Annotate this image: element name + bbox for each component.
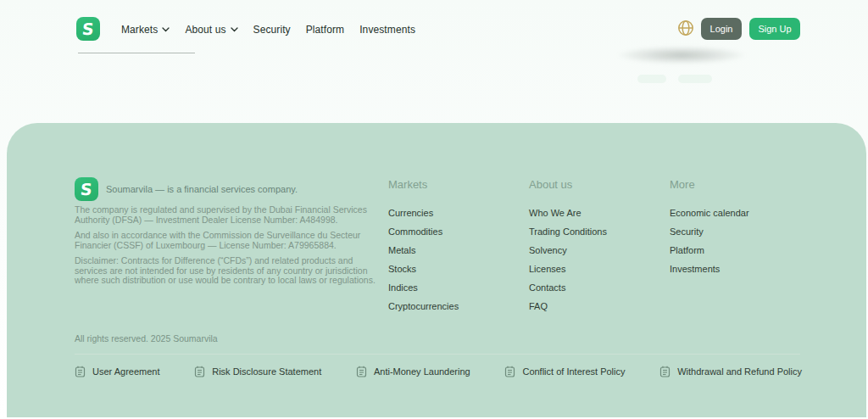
footer-policy-row: User Agreement Risk Disclosure Statement…: [75, 362, 802, 381]
policy-label: User Agreement: [92, 366, 159, 377]
footer-link-indices[interactable]: Indices: [388, 278, 459, 297]
footer-link-economic-calendar[interactable]: Economic calendar: [670, 204, 749, 222]
footer-link-trading-conditions[interactable]: Trading Conditions: [529, 222, 607, 241]
footer: S Soumarvila — is a financial services c…: [7, 123, 866, 417]
footer-link-licenses[interactable]: Licenses: [529, 260, 607, 278]
blur-artifact: [615, 46, 748, 64]
faded-artifact: [678, 75, 712, 83]
main-nav: Markets About us Security Platform Inves…: [121, 0, 415, 59]
footer-divider: [75, 354, 800, 355]
footer-link-currencies[interactable]: Currencies: [388, 204, 459, 222]
globe-icon: [677, 20, 694, 40]
policy-link-risk-disclosure[interactable]: Risk Disclosure Statement: [194, 366, 321, 377]
footer-link-security[interactable]: Security: [670, 222, 749, 241]
nav-item-security[interactable]: Security: [253, 24, 291, 36]
footer-legal-block: The company is regulated and supervised …: [75, 205, 381, 292]
s-logo-icon: S: [80, 182, 93, 198]
nav-item-about-us[interactable]: About us: [185, 24, 237, 36]
nav-label: Investments: [359, 24, 415, 36]
policy-link-anti-money-laundering[interactable]: Anti-Money Laundering: [356, 366, 470, 377]
chevron-down-icon: [231, 27, 238, 32]
faded-artifact: [637, 75, 666, 83]
footer-brand-logo[interactable]: S: [75, 177, 98, 201]
policy-link-withdrawal-refund[interactable]: Withdrawal and Refund Policy: [659, 366, 802, 377]
legal-paragraph: The company is regulated and supervised …: [75, 205, 381, 225]
footer-link-commodities[interactable]: Commodities: [388, 222, 459, 241]
login-button[interactable]: Login: [701, 18, 742, 40]
page: S Markets About us Security Platform: [0, 0, 868, 419]
footer-link-cryptocurrencies[interactable]: Cryptocurrencies: [388, 297, 459, 316]
nav-label: Platform: [306, 24, 344, 36]
chevron-down-icon: [162, 27, 170, 32]
header: S Markets About us Security Platform: [0, 0, 868, 59]
footer-column-markets: Markets Currencies Commodities Metals St…: [388, 178, 459, 316]
footer-link-platform[interactable]: Platform: [670, 241, 749, 260]
footer-column-title: About us: [529, 178, 607, 191]
legal-paragraph: Disclaimer: Contracts for Difference (“C…: [75, 256, 381, 286]
s-logo-icon: S: [81, 21, 95, 37]
policy-label: Withdrawal and Refund Policy: [677, 366, 802, 377]
footer-column-title: Markets: [388, 178, 459, 191]
language-globe-button[interactable]: [676, 20, 695, 39]
policy-label: Conflict of Interest Policy: [522, 366, 625, 377]
footer-tagline: Soumarvila — is a financial services com…: [106, 184, 298, 194]
footer-link-solvency[interactable]: Solvency: [529, 241, 607, 260]
document-icon: [194, 366, 205, 377]
nav-item-investments[interactable]: Investments: [359, 24, 415, 36]
policy-label: Risk Disclosure Statement: [212, 366, 321, 377]
footer-link-who-we-are[interactable]: Who We Are: [529, 204, 607, 222]
nav-item-markets[interactable]: Markets: [121, 24, 170, 36]
document-icon: [75, 366, 86, 377]
header-underline-divider: [78, 53, 195, 53]
footer-link-metals[interactable]: Metals: [388, 241, 459, 260]
nav-item-platform[interactable]: Platform: [306, 24, 344, 36]
legal-paragraph: And also in accordance with the Commissi…: [75, 231, 381, 250]
document-icon: [504, 366, 515, 377]
document-icon: [356, 366, 367, 377]
footer-column-title: More: [670, 178, 749, 191]
signup-button[interactable]: Sign Up: [749, 18, 800, 40]
footer-link-contacts[interactable]: Contacts: [529, 278, 607, 297]
footer-column-more: More Economic calendar Security Platform…: [670, 178, 749, 278]
nav-label: Markets: [121, 24, 158, 36]
copyright-text: All rights reserved. 2025 Soumarvila: [75, 333, 218, 344]
footer-brand-row: S Soumarvila — is a financial services c…: [75, 177, 298, 201]
footer-link-stocks[interactable]: Stocks: [388, 260, 459, 278]
nav-label: About us: [185, 24, 225, 36]
footer-link-investments[interactable]: Investments: [670, 260, 749, 278]
nav-label: Security: [253, 24, 291, 36]
policy-link-conflict-of-interest[interactable]: Conflict of Interest Policy: [504, 366, 625, 377]
footer-link-faq[interactable]: FAQ: [529, 297, 607, 316]
brand-logo[interactable]: S: [76, 17, 100, 41]
policy-label: Anti-Money Laundering: [374, 366, 470, 377]
document-icon: [659, 366, 670, 377]
policy-link-user-agreement[interactable]: User Agreement: [75, 366, 159, 377]
footer-column-about-us: About us Who We Are Trading Conditions S…: [529, 178, 607, 316]
